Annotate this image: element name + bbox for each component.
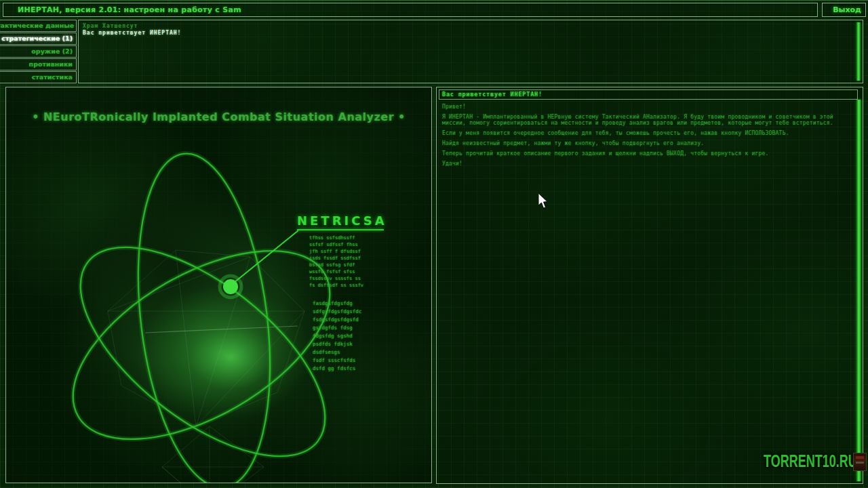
- tab-weapons[interactable]: оружие (2): [0, 45, 77, 58]
- message-paragraph: Если у меня появится очередное сообщение…: [442, 130, 849, 136]
- message-list-row-current[interactable]: Вас приветствует ИНЕРТАН!: [83, 30, 181, 36]
- message-panel: Вас приветствует ИНЕРТАН! Привет! Я ИНЕР…: [436, 87, 863, 484]
- message-panel-title: Вас приветствует ИНЕРТАН!: [442, 90, 542, 99]
- tab-statistics[interactable]: статистика: [0, 71, 77, 83]
- message-list-scrollbar[interactable]: [856, 22, 861, 81]
- watermark-icon: [853, 453, 867, 471]
- nucleus-dot: [223, 279, 238, 294]
- tab-enemies[interactable]: противники: [0, 58, 77, 70]
- exit-button-label: Выход: [823, 3, 865, 16]
- atom-orbits-graphic: [6, 87, 431, 483]
- netricsa-art-panel: • NEuroTRonically Implanted Combat Situa…: [5, 87, 432, 483]
- netricsa-fineprint-block2: fasdgsfdgsfdg sdfgsfdgsfdgsfdc fsdgsfdgs…: [313, 300, 361, 373]
- netricsa-underline: [297, 229, 384, 230]
- tab-strategic[interactable]: стратегические (1): [0, 33, 77, 45]
- message-paragraph: Привет!: [442, 104, 849, 110]
- message-panel-title-bar: Вас приветствует ИНЕРТАН!: [439, 89, 858, 100]
- message-paragraph: Удачи!: [442, 161, 849, 167]
- netricsa-fineprint-block1: tfhss ssfsdhssff ssfsf sdfssf fhss jfh s…: [309, 235, 363, 289]
- watermark-label: TORRENT10.RU: [764, 451, 857, 471]
- message-list: Храм Хатшепсут Вас приветствует ИНЕРТАН!: [78, 20, 863, 83]
- message-body: Привет! Я ИНЕРТАН - Имплантированный в Н…: [442, 104, 849, 171]
- message-panel-scrollbar[interactable]: [856, 100, 861, 481]
- title-bar: ИНЕРТАН, версия 2.01: настроен на работу…: [3, 3, 818, 17]
- message-paragraph: Найдя неизвестный предмет, нажми ту же к…: [442, 140, 849, 146]
- exit-button[interactable]: Выход: [822, 3, 866, 17]
- netricsa-logo-label: NETRICSA: [297, 214, 387, 228]
- message-list-row-location[interactable]: Храм Хатшепсут: [83, 23, 138, 29]
- app-title: ИНЕРТАН, версия 2.01: настроен на работу…: [18, 3, 241, 16]
- message-paragraph: Я ИНЕРТАН - Имплантированный в НЕРвную с…: [442, 114, 849, 126]
- netricsa-screen: ИНЕРТАН, версия 2.01: настроен на работу…: [0, 0, 868, 488]
- message-paragraph: Теперь прочитай краткое описание первого…: [442, 150, 849, 157]
- tab-tactical-data[interactable]: тактические данные: [0, 20, 77, 32]
